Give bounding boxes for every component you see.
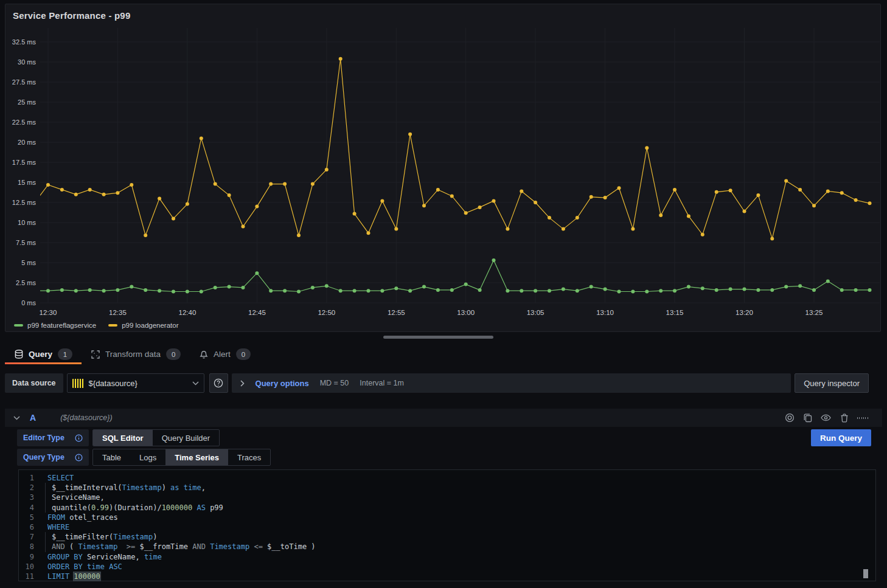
timeseries-panel: Service Performance - p99 0 ms2.5 ms5 ms… [5, 4, 881, 332]
code-line: 5FROM otel_traces [19, 513, 875, 522]
svg-text:13:25: 13:25 [805, 309, 823, 316]
query-ref-id[interactable]: A [30, 413, 36, 423]
delete-query-trash-icon[interactable] [839, 413, 849, 423]
tab-label: Alert [214, 350, 231, 359]
query-type-time-series[interactable]: Time Series [165, 449, 228, 465]
query-type-label: Query Type [17, 449, 89, 466]
editor-type-row: Editor Type SQL Editor Query Builder [17, 429, 220, 446]
editor-scrollbar-thumb[interactable] [863, 569, 868, 578]
clickhouse-logo-icon [72, 379, 84, 388]
svg-text:22.5 ms: 22.5 ms [12, 119, 37, 126]
datasource-help-button[interactable] [209, 373, 228, 393]
code-line: 11LIMIT 100000 [19, 572, 875, 581]
legend-swatch-yellow [108, 324, 117, 327]
datasource-picker[interactable]: ${datasource} [67, 373, 204, 393]
tab-label: Transform data [105, 350, 161, 359]
tab-count-badge: 0 [166, 348, 181, 360]
code-lines: 1SELECT2$__timeInterval(Timestamp) as ti… [19, 473, 875, 581]
svg-text:12:30: 12:30 [40, 309, 57, 316]
chart-legend: p99 featureflagservice p99 loadgenerator [14, 322, 179, 329]
query-datasource-hint: (${datasource}) [60, 413, 112, 422]
interval-value: Interval = 1m [360, 379, 404, 387]
query-options-toggle[interactable]: Query options [256, 379, 309, 388]
svg-text:0 ms: 0 ms [21, 299, 36, 306]
svg-text:12:45: 12:45 [248, 309, 266, 316]
svg-text:2.5 ms: 2.5 ms [16, 279, 37, 286]
query-type-logs[interactable]: Logs [130, 449, 165, 465]
run-query-button[interactable]: Run Query [811, 429, 871, 446]
svg-text:12.5 ms: 12.5 ms [12, 199, 37, 206]
tab-alert[interactable]: Alert 0 [190, 344, 260, 364]
query-inspector-button[interactable]: Query inspector [795, 373, 869, 393]
code-line: 3ServiceName, [19, 493, 875, 502]
query-type-traces[interactable]: Traces [228, 449, 270, 465]
svg-text:12:50: 12:50 [318, 309, 335, 316]
hide-response-eye-icon[interactable] [821, 413, 831, 423]
svg-text:5 ms: 5 ms [21, 259, 36, 266]
code-line: 10ORDER BY time ASC [19, 562, 875, 572]
svg-text:32.5 ms: 32.5 ms [12, 38, 37, 46]
tab-query[interactable]: Query 1 [5, 344, 82, 364]
legend-label: p99 loadgenerator [122, 322, 178, 329]
svg-text:17.5 ms: 17.5 ms [12, 159, 37, 166]
query-options-bar: Query options MD = 50 Interval = 1m [232, 373, 791, 393]
chevron-right-icon[interactable] [240, 380, 245, 387]
svg-text:12:40: 12:40 [179, 309, 197, 316]
svg-text:13:05: 13:05 [527, 309, 544, 316]
panel-edit-tabs: Query 1 Transform data 0 Alert 0 [5, 344, 260, 364]
svg-text:15 ms: 15 ms [18, 179, 36, 186]
legend-label: p99 featureflagservice [27, 322, 96, 329]
svg-text:25 ms: 25 ms [18, 99, 36, 106]
code-line: 4quantile(0.99)(Duration)/1000000 AS p99 [19, 503, 875, 513]
code-line: 1SELECT [19, 473, 875, 483]
duplicate-query-icon[interactable] [802, 413, 813, 423]
info-circle-icon[interactable] [75, 434, 83, 442]
editor-type-sql-editor[interactable]: SQL Editor [93, 430, 153, 446]
horizontal-scrollbar-thumb[interactable] [383, 336, 493, 339]
query-toolbar: Data source ${datasource} Query options … [0, 373, 887, 393]
tab-count-badge: 0 [236, 348, 251, 360]
drag-handle-icon[interactable] [857, 413, 868, 423]
query-actions [784, 413, 868, 423]
question-circle-icon [214, 378, 223, 388]
bell-icon [199, 350, 208, 359]
svg-text:7.5 ms: 7.5 ms [16, 239, 37, 246]
query-row-header: A (${datasource}) [5, 409, 882, 427]
editor-type-label: Editor Type [17, 429, 89, 446]
database-icon [14, 350, 23, 359]
max-data-points-value: MD = 50 [320, 379, 349, 387]
timeseries-chart[interactable]: 0 ms2.5 ms5 ms7.5 ms10 ms12.5 ms15 ms17.… [5, 4, 882, 322]
legend-item-loadgenerator[interactable]: p99 loadgenerator [108, 322, 178, 329]
code-line: 2$__timeInterval(Timestamp) as time, [19, 483, 875, 493]
collapse-chevron-icon[interactable] [13, 416, 20, 420]
svg-text:13:20: 13:20 [736, 309, 753, 316]
svg-text:12:55: 12:55 [388, 309, 405, 316]
code-line: 6WHERE [19, 522, 875, 532]
datasource-value: ${datasource} [89, 379, 187, 388]
code-line: 9GROUP BY ServiceName, time [19, 552, 875, 562]
svg-text:30 ms: 30 ms [18, 58, 36, 66]
query-type-radio-group: Table Logs Time Series Traces [92, 449, 271, 466]
code-line: 7$__timeFilter(Timestamp) [19, 532, 875, 542]
transform-icon [91, 350, 100, 359]
datasource-label: Data source [5, 373, 63, 393]
grafana-panel-edit-view: Service Performance - p99 0 ms2.5 ms5 ms… [0, 0, 887, 588]
sql-code-editor[interactable]: 1SELECT2$__timeInterval(Timestamp) as ti… [18, 469, 876, 581]
tab-transform-data[interactable]: Transform data 0 [82, 344, 190, 364]
svg-text:12:35: 12:35 [109, 309, 127, 316]
svg-text:27.5 ms: 27.5 ms [12, 78, 37, 86]
disable-query-icon[interactable] [784, 413, 795, 423]
tab-count-badge: 1 [58, 348, 72, 360]
legend-item-featureflagservice[interactable]: p99 featureflagservice [14, 322, 96, 329]
chevron-down-icon [192, 381, 199, 386]
editor-type-radio-group: SQL Editor Query Builder [92, 429, 220, 446]
legend-swatch-green [14, 324, 23, 327]
query-type-table[interactable]: Table [93, 449, 130, 465]
query-type-row: Query Type Table Logs Time Series Traces [17, 449, 271, 466]
svg-text:10 ms: 10 ms [18, 219, 36, 226]
svg-text:20 ms: 20 ms [18, 139, 36, 146]
svg-text:13:00: 13:00 [457, 309, 475, 316]
svg-text:13:10: 13:10 [596, 309, 614, 316]
editor-type-query-builder[interactable]: Query Builder [153, 430, 219, 446]
info-circle-icon[interactable] [75, 454, 83, 462]
